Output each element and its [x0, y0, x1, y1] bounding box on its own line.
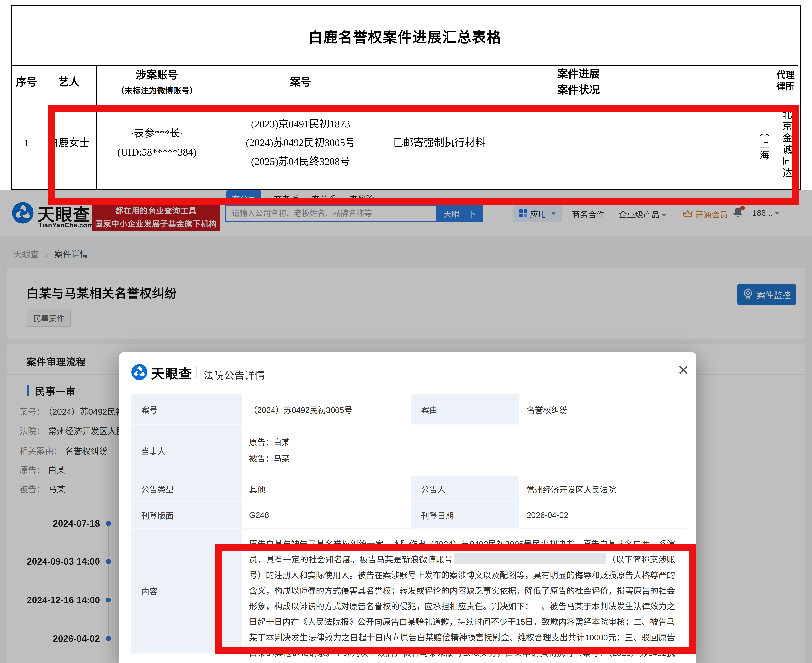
col-header-account: 涉案账号 （未标注为微博账号）: [97, 65, 217, 95]
col-header-law-firm: 代理律所: [773, 65, 798, 95]
label-parties: 当事人: [131, 425, 242, 476]
value-case-no: （2024）苏0492民初3005号: [242, 394, 411, 425]
divider: [196, 366, 197, 378]
annotation-rect-table-row: [48, 105, 799, 205]
col-header-account-main: 涉案账号: [136, 66, 178, 82]
summary-table-title: 白鹿名誉权案件进展汇总表格: [12, 6, 798, 65]
value-publication-page: G248: [242, 502, 411, 529]
close-icon[interactable]: ✕: [677, 363, 689, 377]
value-announcement-type: 其他: [242, 476, 411, 502]
party-plaintiff: 原告：白某: [249, 438, 290, 447]
label-publication-date: 刊登日期: [411, 502, 519, 529]
col-header-case-no: 案号: [217, 65, 384, 95]
party-defendant: 被告：马某: [249, 454, 290, 463]
col-header-progress-main: 案件进展: [384, 65, 773, 81]
value-cause: 名誉权纠纷: [519, 394, 686, 425]
annotation-rect-judgment-text: [215, 544, 696, 654]
col-header-artist: 艺人: [41, 65, 97, 95]
label-publication-page: 刊登版面: [131, 502, 242, 529]
label-case-no: 案号: [131, 394, 242, 425]
label-announcement-type: 公告类型: [131, 476, 242, 502]
modal-title: 法院公告详情: [203, 367, 265, 382]
label-announcer: 公告人: [411, 476, 519, 502]
col-header-index: 序号: [12, 65, 41, 95]
row-cell-index: 1: [12, 95, 41, 189]
divider: [119, 388, 696, 389]
col-header-status: 案件状况: [384, 81, 773, 97]
tianyancha-logo-icon: [131, 364, 148, 380]
col-header-account-note: （未标注为微博账号）: [116, 84, 198, 96]
value-announcer: 常州经济开发区人民法院: [519, 476, 686, 502]
modal-logo-text: 天眼查: [151, 363, 192, 382]
value-parties: 原告：白某 被告：马某: [242, 425, 686, 476]
label-cause: 案由: [411, 394, 519, 425]
col-header-progress: 案件进展 案件状况: [384, 65, 773, 95]
value-publication-date: 2026-04-02: [519, 502, 686, 529]
